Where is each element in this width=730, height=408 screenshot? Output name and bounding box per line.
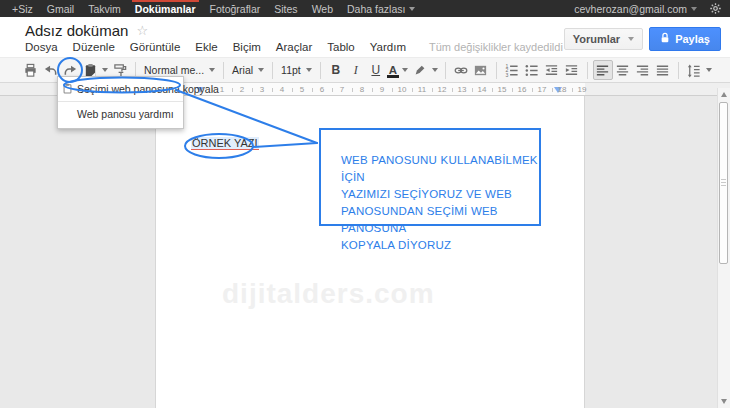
- increase-indent-icon[interactable]: [562, 60, 582, 80]
- menu-item-copy-to-web-clipboard[interactable]: Seçimi web panosuna kopyala: [58, 80, 183, 98]
- underline-button[interactable]: U: [366, 60, 386, 80]
- size-value: 11pt: [281, 64, 301, 76]
- highlight-color-icon[interactable]: [410, 60, 430, 80]
- ruler-tick: [512, 88, 513, 92]
- ruler-tick: [412, 88, 413, 92]
- toolbar-separator: [223, 62, 224, 79]
- numbered-list-icon[interactable]: 123: [502, 60, 522, 80]
- topbar-link-plus-you[interactable]: +Siz: [5, 0, 40, 17]
- annotation-callout-box: WEB PANOSUNU KULLANABİLMEK İÇİN YAZIMIZI…: [319, 128, 541, 226]
- ruler-tick: [572, 88, 573, 92]
- ruler-number: 5: [300, 85, 304, 94]
- scroll-up-arrow-icon[interactable]: [721, 92, 727, 97]
- topbar-link-calendar[interactable]: Takvim: [81, 0, 128, 17]
- topbar-links: +Siz Gmail Takvim Dokümanlar Fotoğraflar…: [0, 0, 422, 17]
- highlight-color-caret[interactable]: [432, 68, 438, 72]
- justify-icon[interactable]: [653, 60, 673, 80]
- insert-image-icon[interactable]: [471, 60, 491, 80]
- font-size-select[interactable]: 11pt: [278, 64, 315, 76]
- menu-format[interactable]: Biçim: [233, 41, 261, 53]
- decrease-indent-icon[interactable]: [542, 60, 562, 80]
- comments-label: Yorumlar: [573, 33, 620, 45]
- chevron-down-icon: [628, 37, 634, 41]
- watermark: dijitalders.com: [222, 278, 435, 310]
- account-email[interactable]: cevherozan@gmail.com: [567, 0, 704, 17]
- italic-button[interactable]: I: [346, 60, 366, 80]
- ruler-tick: [272, 88, 273, 92]
- ruler-tick: [392, 88, 393, 92]
- scroll-down-arrow-icon[interactable]: [721, 399, 727, 404]
- ruler-page-section[interactable]: 12345678910111213141516171819: [155, 83, 585, 95]
- topbar-link-documents[interactable]: Dokümanlar: [128, 0, 203, 17]
- font-family-select[interactable]: Arial: [229, 64, 267, 76]
- print-icon[interactable]: [20, 60, 40, 80]
- topbar-link-gmail[interactable]: Gmail: [40, 0, 81, 17]
- menu-separator: [58, 101, 183, 102]
- bulleted-list-icon[interactable]: [522, 60, 542, 80]
- comments-button[interactable]: Yorumlar: [564, 28, 643, 50]
- line-spacing-icon[interactable]: [684, 60, 704, 80]
- menu-file[interactable]: Dosya: [25, 41, 58, 53]
- toolbar-separator: [320, 62, 321, 79]
- ruler-tick: [552, 88, 553, 92]
- web-clipboard-dropdown-caret[interactable]: [102, 68, 108, 72]
- menu-bar: Dosya Düzenle Görüntüle Ekle Biçim Araçl…: [25, 41, 563, 53]
- document-title[interactable]: Adsız doküman: [25, 22, 128, 39]
- vertical-scrollbar[interactable]: [717, 88, 730, 408]
- scrollbar-grip: [721, 179, 726, 186]
- menu-tools[interactable]: Araçlar: [276, 41, 312, 53]
- document-page[interactable]: dijitalders.com ÖRNEK YAZI WEB PANOSUNU …: [155, 96, 585, 408]
- menu-view[interactable]: Görüntüle: [130, 41, 181, 53]
- toolbar-separator: [496, 62, 497, 79]
- align-center-icon[interactable]: [613, 60, 633, 80]
- topbar-link-web[interactable]: Web: [305, 0, 340, 17]
- align-left-icon[interactable]: [593, 60, 613, 80]
- menu-insert[interactable]: Ekle: [195, 41, 217, 53]
- ruler-tick: [332, 88, 333, 92]
- align-right-icon[interactable]: [633, 60, 653, 80]
- topbar-link-sites[interactable]: Sites: [267, 0, 304, 17]
- menu-table[interactable]: Tablo: [327, 41, 355, 53]
- ruler-number: 17: [538, 85, 547, 94]
- topbar-link-photos[interactable]: Fotoğraflar: [203, 0, 268, 17]
- svg-text:3: 3: [506, 71, 509, 77]
- share-button[interactable]: Paylaş: [649, 27, 721, 51]
- menu-item-web-clipboard-help[interactable]: Web panosu yardımı: [58, 105, 183, 123]
- callout-line: PANOSUNDAN SEÇİMİ WEB PANOSUNA: [341, 203, 539, 237]
- ruler-number: 16: [518, 85, 527, 94]
- selected-text[interactable]: ÖRNEK YAZI: [191, 137, 259, 150]
- text-color-caret[interactable]: [402, 68, 408, 72]
- ruler-tick: [312, 88, 313, 92]
- toolbar-separator: [272, 62, 273, 79]
- ruler-tick: [492, 88, 493, 92]
- ruler-number: 9: [380, 85, 384, 94]
- ruler-number: 8: [360, 85, 364, 94]
- ruler-number: 12: [438, 85, 447, 94]
- text-color-button[interactable]: A: [386, 64, 400, 76]
- toolbar-separator: [678, 62, 679, 79]
- star-icon[interactable]: ☆: [136, 23, 148, 38]
- topbar-link-more[interactable]: Daha fazlası: [340, 0, 422, 17]
- bold-button[interactable]: B: [326, 60, 346, 80]
- callout-line: YAZIMIZI SEÇİYORUZ VE WEB: [341, 186, 539, 203]
- line-spacing-caret[interactable]: [706, 68, 712, 72]
- settings-gear-icon[interactable]: [704, 0, 726, 17]
- toolbar-separator: [587, 62, 588, 79]
- ruler-number: 15: [498, 85, 507, 94]
- callout-line: WEB PANOSUNU KULLANABİLMEK İÇİN: [341, 152, 539, 186]
- ruler-number: 6: [320, 85, 324, 94]
- toolbar-separator: [445, 62, 446, 79]
- ruler-number: 3: [260, 85, 264, 94]
- menu-help[interactable]: Yardım: [370, 41, 406, 53]
- paragraph-styles-select[interactable]: Normal me...: [141, 64, 218, 76]
- ruler-tick: [372, 88, 373, 92]
- ruler-tick: [292, 88, 293, 92]
- ruler-number: 4: [280, 85, 284, 94]
- scrollbar-thumb[interactable]: [719, 102, 728, 264]
- menu-edit[interactable]: Düzenle: [73, 41, 115, 53]
- insert-link-icon[interactable]: [451, 60, 471, 80]
- share-label: Paylaş: [675, 33, 710, 45]
- ruler-number: 2: [240, 85, 244, 94]
- document-header: Adsız doküman ☆ Dosya Düzenle Görüntüle …: [0, 17, 730, 57]
- ruler-number: 14: [478, 85, 487, 94]
